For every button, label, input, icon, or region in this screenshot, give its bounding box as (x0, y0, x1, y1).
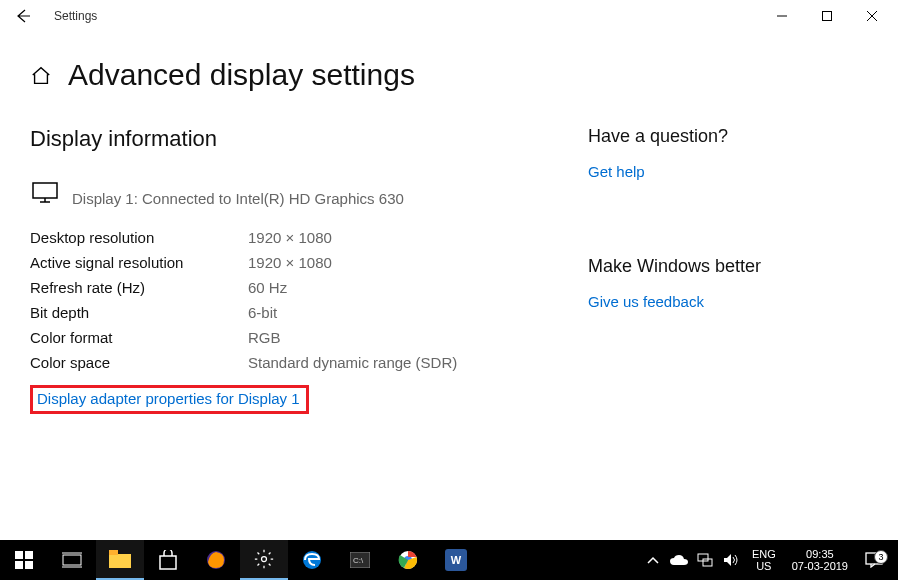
tray-notifications-icon[interactable]: 3 (858, 552, 890, 568)
highlight-box: Display adapter properties for Display 1 (30, 385, 309, 414)
svg-rect-10 (25, 561, 33, 569)
spec-row: Color space Standard dynamic range (SDR) (30, 350, 548, 375)
firefox-app[interactable] (192, 540, 240, 580)
svg-rect-14 (109, 554, 131, 568)
spec-label: Refresh rate (Hz) (30, 279, 248, 296)
svg-rect-1 (822, 12, 831, 21)
back-button[interactable] (14, 7, 32, 25)
store-app[interactable] (144, 540, 192, 580)
feedback-link[interactable]: Give us feedback (588, 293, 704, 310)
spec-label: Bit depth (30, 304, 248, 321)
help-block: Have a question? Get help (588, 126, 868, 180)
spec-row: Refresh rate (Hz) 60 Hz (30, 275, 548, 300)
spec-value: RGB (248, 329, 281, 346)
spec-value: 1920 × 1080 (248, 254, 332, 271)
get-help-link[interactable]: Get help (588, 163, 645, 180)
tray-clock[interactable]: 09:35 07-03-2019 (786, 548, 854, 572)
tray-network-icon[interactable] (694, 552, 716, 568)
page-header: Advanced display settings (0, 32, 898, 92)
spec-value: 6-bit (248, 304, 277, 321)
tray-onedrive-icon[interactable] (668, 554, 690, 566)
spec-row: Color format RGB (30, 325, 548, 350)
svg-rect-7 (15, 551, 23, 559)
svg-rect-4 (33, 183, 57, 198)
cmd-app[interactable]: C:\ (336, 540, 384, 580)
file-explorer-app[interactable] (96, 540, 144, 580)
window-titlebar: Settings (0, 0, 898, 32)
chrome-app[interactable] (384, 540, 432, 580)
display-info-heading: Display information (30, 126, 548, 152)
notification-badge: 3 (874, 550, 888, 564)
minimize-button[interactable] (759, 2, 804, 30)
spec-value: 1920 × 1080 (248, 229, 332, 246)
svg-rect-16 (160, 556, 176, 569)
display-connected-text: Display 1: Connected to Intel(R) HD Grap… (72, 182, 404, 207)
page-title: Advanced display settings (68, 58, 415, 92)
taskview-button[interactable] (48, 540, 96, 580)
spec-table: Desktop resolution 1920 × 1080 Active si… (30, 225, 548, 375)
monitor-icon (32, 182, 58, 207)
spec-row: Desktop resolution 1920 × 1080 (30, 225, 548, 250)
home-icon[interactable] (30, 65, 50, 85)
spec-label: Active signal resolution (30, 254, 248, 271)
spec-label: Color space (30, 354, 248, 371)
svg-rect-15 (109, 550, 118, 555)
help-heading: Have a question? (588, 126, 868, 147)
spec-value: 60 Hz (248, 279, 287, 296)
edge-app[interactable] (288, 540, 336, 580)
spec-value: Standard dynamic range (SDR) (248, 354, 457, 371)
settings-app[interactable] (240, 540, 288, 580)
close-button[interactable] (849, 2, 894, 30)
tray-language[interactable]: ENG US (746, 548, 782, 572)
svg-rect-11 (63, 555, 81, 565)
spec-label: Desktop resolution (30, 229, 248, 246)
spec-row: Bit depth 6-bit (30, 300, 548, 325)
svg-rect-9 (15, 561, 23, 569)
display-adapter-link[interactable]: Display adapter properties for Display 1 (37, 390, 300, 407)
feedback-block: Make Windows better Give us feedback (588, 256, 868, 310)
svg-point-18 (262, 557, 267, 562)
maximize-button[interactable] (804, 2, 849, 30)
spec-row: Active signal resolution 1920 × 1080 (30, 250, 548, 275)
tray-chevron-up-icon[interactable] (642, 556, 664, 564)
tray-volume-icon[interactable] (720, 553, 742, 567)
word-app[interactable]: W (432, 540, 480, 580)
feedback-heading: Make Windows better (588, 256, 868, 277)
window-title: Settings (54, 9, 97, 23)
svg-rect-8 (25, 551, 33, 559)
spec-label: Color format (30, 329, 248, 346)
start-button[interactable] (0, 540, 48, 580)
taskbar: C:\ W ENG US 09:35 07-03-2019 (0, 540, 898, 580)
svg-text:C:\: C:\ (353, 556, 364, 565)
